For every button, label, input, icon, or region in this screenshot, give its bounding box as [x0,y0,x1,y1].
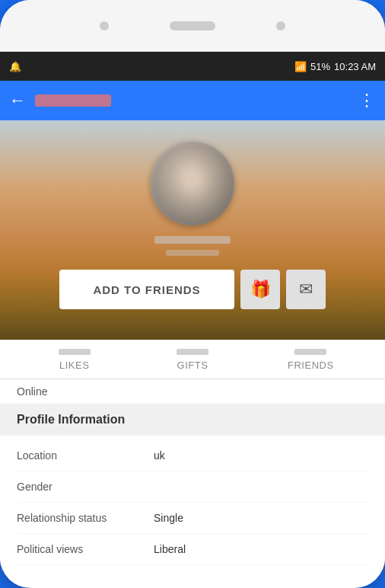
profile-cover: ADD TO FRIENDS 🎁 ✉ [0,120,385,340]
tab-friends[interactable]: FRIENDS [280,349,341,379]
message-button[interactable]: ✉ [286,270,326,309]
relationship-row: Relationship status Single [17,503,368,534]
app-bar-left: ← [9,91,111,110]
bottom-spacer [0,570,385,588]
phone-frame: 🔔 📶 51% 10:23 AM ← ⋮ ADD TO FRIENDS [0,0,385,588]
political-row: Political views Liberal [17,534,368,565]
gifts-icon-bar [177,349,208,355]
message-icon: ✉ [299,280,313,299]
gift-button[interactable]: 🎁 [240,270,280,309]
avatar-image [151,142,234,225]
location-label: Location [17,449,154,462]
status-right: 📶 51% 10:23 AM [294,61,376,72]
bezel-speaker [170,21,215,30]
info-table: Location uk Gender Relationship status S… [0,436,385,570]
likes-icon-bar [59,349,91,355]
status-bar: 🔔 📶 51% 10:23 AM [0,52,385,81]
relationship-label: Relationship status [17,512,154,524]
tab-gifts[interactable]: GIFTS [162,349,223,379]
more-options-button[interactable]: ⋮ [358,91,376,110]
wifi-icon: 📶 [294,61,307,72]
top-bezel [0,0,385,52]
friends-icon-bar [294,349,326,355]
status-left: 🔔 [9,61,21,72]
location-row: Location uk [17,440,368,471]
user-name-bar-2 [166,250,219,256]
user-name-bar-1 [154,236,231,244]
battery-level: 51% [310,61,330,72]
tabs-section: LIKES GIFTS FRIENDS Online [0,340,385,404]
add-to-friends-button[interactable]: ADD TO FRIENDS [59,270,234,309]
gift-icon: 🎁 [250,280,271,299]
tabs-row: LIKES GIFTS FRIENDS [0,349,385,379]
section-header: Profile Information [0,404,385,436]
avatar[interactable] [151,142,234,225]
user-name-redacted [35,94,111,107]
back-button[interactable]: ← [9,91,26,110]
action-buttons: ADD TO FRIENDS 🎁 ✉ [59,270,326,309]
tab-friends-label: FRIENDS [288,360,334,371]
gender-label: Gender [17,481,154,493]
status-time: 10:23 AM [334,61,376,72]
political-label: Political views [17,543,154,555]
tab-likes-label: LIKES [59,360,89,371]
political-value: Liberal [154,543,186,555]
location-value: uk [154,449,165,462]
relationship-value: Single [154,512,183,524]
notification-icon: 🔔 [9,61,21,72]
bezel-dot-right [276,21,285,30]
avatar-container [151,142,234,225]
online-status: Online [0,379,64,404]
gender-row: Gender [17,471,368,503]
app-bar: ← ⋮ [0,81,385,120]
bezel-dot-left [100,21,109,30]
tab-likes[interactable]: LIKES [44,349,105,379]
tab-gifts-label: GIFTS [177,360,208,371]
profile-info-section: Profile Information Location uk Gender R… [0,404,385,570]
